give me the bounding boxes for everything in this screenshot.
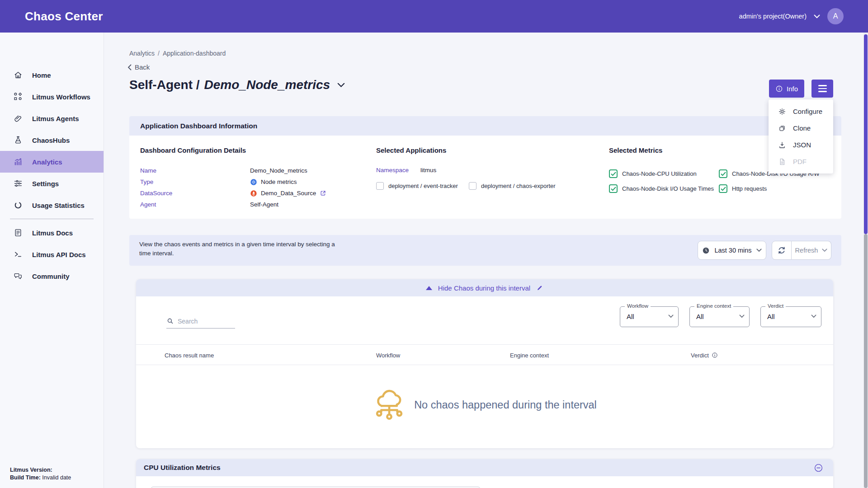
- checkbox-checked-icon: [609, 169, 618, 178]
- checkbox-checked-icon: [719, 184, 727, 193]
- sidebar-divider: [10, 219, 94, 219]
- sidebar-item-usage-statistics[interactable]: Usage Statistics: [0, 194, 104, 216]
- sidebar-item-litmus-workflows[interactable]: Litmus Workflows: [0, 86, 104, 108]
- sidebar-item-chaoshubs[interactable]: ChaosHubs: [0, 129, 104, 151]
- avatar[interactable]: A: [827, 8, 844, 24]
- time-range-button[interactable]: Last 30 mins: [698, 241, 766, 260]
- column-engine-context: Engine context: [510, 345, 549, 366]
- build-time-label: Build Time:: [10, 474, 41, 481]
- application-checkbox-chaos-exporter[interactable]: deployment / chaos-exporter: [469, 182, 556, 190]
- sidebar-item-litmus-api-docs[interactable]: Litmus API Docs: [0, 244, 104, 265]
- column-verdict: Verdict: [691, 345, 718, 366]
- metric-checkbox-http-requests[interactable]: Http requests: [719, 184, 767, 193]
- sidebar-item-label: Home: [32, 71, 51, 79]
- options-dropdown-menu: Configure Clone JSON PDF: [769, 99, 833, 174]
- cpu-utilization-panel: CPU Utilization Metrics: [136, 459, 833, 488]
- menu-item-configure[interactable]: Configure: [769, 103, 833, 120]
- menu-item-clone[interactable]: Clone: [769, 120, 833, 136]
- empty-message: No chaos happened during the interval: [414, 399, 597, 411]
- sidebar-item-home[interactable]: Home: [0, 64, 104, 86]
- page-scrollbar[interactable]: [863, 33, 868, 488]
- home-icon: [14, 70, 23, 80]
- panel-title: Application Dashboard Information: [129, 116, 841, 136]
- workflows-icon: [14, 92, 23, 101]
- sidebar-item-litmus-agents[interactable]: Litmus Agents: [0, 108, 104, 129]
- search-field: [166, 317, 235, 328]
- sidebar-item-label: Litmus Agents: [32, 115, 79, 122]
- sidebar-item-label: Usage Statistics: [32, 202, 85, 209]
- refresh-icon: [777, 246, 786, 255]
- chevron-down-icon: [756, 249, 762, 252]
- chaos-events-card: Hide Chaos during this interval Workflow…: [136, 279, 833, 448]
- info-button[interactable]: Info: [769, 80, 804, 98]
- hide-chaos-toggle[interactable]: Hide Chaos during this interval: [136, 279, 833, 296]
- sidebar: Home Litmus Workflows Litmus Agents Chao…: [0, 33, 104, 488]
- settings-icon: [14, 179, 23, 188]
- config-details-title: Dashboard Configuration Details: [140, 146, 246, 154]
- title-chevron-down-icon[interactable]: [337, 83, 345, 88]
- workflow-filter-select[interactable]: Workflow All: [620, 306, 679, 327]
- sidebar-item-analytics[interactable]: Analytics: [0, 151, 104, 173]
- menu-item-pdf[interactable]: PDF: [769, 153, 833, 170]
- search-input[interactable]: [178, 318, 231, 325]
- dashboard-information-panel: Application Dashboard Information Dashbo…: [129, 116, 841, 219]
- namespace-label: Namespace: [376, 167, 409, 174]
- pencil-icon[interactable]: [536, 284, 543, 291]
- project-selector-label[interactable]: admin's project(Owner): [739, 13, 807, 20]
- checkbox-unchecked-icon: [469, 182, 476, 190]
- sidebar-item-community[interactable]: Community: [0, 265, 104, 287]
- metric-checkbox-cpu-utilization[interactable]: Chaos-Node-CPU Utilization: [609, 169, 719, 178]
- chevron-down-icon: [811, 314, 816, 318]
- api-docs-icon: [14, 250, 23, 259]
- chaos-table-header: Chaos result name Workflow Engine contex…: [136, 344, 833, 365]
- sidebar-item-settings[interactable]: Settings: [0, 173, 104, 194]
- info-circle-icon[interactable]: [712, 352, 718, 358]
- engine-context-filter-select[interactable]: Engine context All: [689, 306, 750, 327]
- triangle-up-icon: [426, 286, 432, 290]
- breadcrumb: Analytics/Application-dashboard: [129, 50, 226, 57]
- search-icon: [166, 317, 174, 325]
- checkbox-checked-icon: [609, 184, 618, 193]
- version-label: Litmus Version:: [10, 467, 52, 473]
- clock-icon: [702, 247, 710, 254]
- refresh-rate-button[interactable]: Refresh: [792, 241, 831, 260]
- chevron-left-icon: [127, 64, 132, 70]
- column-chaos-result-name: Chaos result name: [165, 345, 214, 366]
- sidebar-item-label: Litmus Workflows: [32, 93, 90, 101]
- back-button[interactable]: Back: [127, 63, 150, 71]
- options-menu-button[interactable]: [811, 80, 833, 98]
- config-row-name: Name Demo_Node_metrics: [140, 165, 326, 176]
- refresh-now-button[interactable]: [772, 241, 792, 260]
- config-row-type: Type Node metrics: [140, 176, 326, 188]
- chevron-down-icon: [739, 314, 745, 318]
- config-row-agent: Agent Self-Agent: [140, 199, 326, 210]
- page-title: Self-Agent /Demo_Node_metrics: [129, 78, 330, 92]
- metric-checkbox-disk-io-times[interactable]: Chaos-Node-Disk I/O Usage Times: [609, 184, 719, 193]
- time-interval-bar: View the chaos events and metrics in a g…: [129, 235, 841, 266]
- cpu-panel-header: CPU Utilization Metrics: [136, 459, 833, 476]
- breadcrumb-application-dashboard[interactable]: Application-dashboard: [163, 50, 226, 57]
- app-header: Chaos Center admin's project(Owner) A: [0, 0, 868, 33]
- sidebar-item-label: Analytics: [32, 158, 62, 166]
- sidebar-item-label: Litmus API Docs: [32, 251, 86, 258]
- minus-circle-icon[interactable]: [814, 463, 823, 473]
- clone-icon: [778, 124, 786, 132]
- app-title: Chaos Center: [25, 0, 103, 33]
- verdict-filter-select[interactable]: Verdict All: [760, 306, 821, 327]
- cpu-panel-title: CPU Utilization Metrics: [144, 464, 221, 472]
- external-link-icon[interactable]: [320, 190, 326, 197]
- menu-item-json[interactable]: JSON: [769, 136, 833, 153]
- breadcrumb-analytics[interactable]: Analytics: [129, 50, 155, 57]
- sidebar-item-litmus-docs[interactable]: Litmus Docs: [0, 222, 104, 244]
- file-icon: [778, 158, 786, 166]
- community-icon: [14, 272, 23, 281]
- namespace-row: Namespace litmus: [376, 167, 436, 174]
- scrollbar-thumb[interactable]: [864, 34, 868, 234]
- gear-icon: [778, 108, 786, 116]
- prometheus-icon: [250, 190, 257, 197]
- application-checkbox-event-tracker[interactable]: deployment / event-tracker: [376, 182, 458, 190]
- kubernetes-icon: [250, 178, 257, 186]
- chevron-down-icon[interactable]: [814, 14, 820, 19]
- namespace-value: litmus: [420, 167, 436, 174]
- agent-name: Self-Agent /: [129, 78, 200, 92]
